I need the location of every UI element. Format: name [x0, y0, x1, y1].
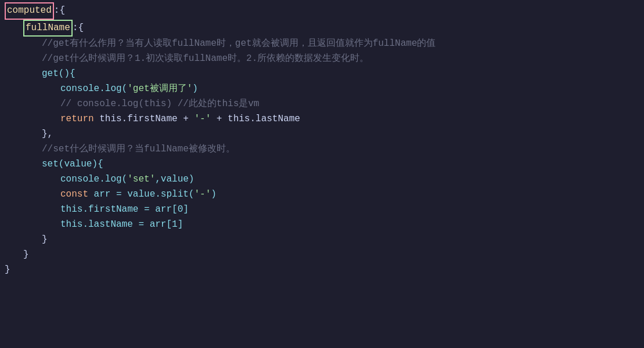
split-close: ): [211, 187, 217, 202]
close-fullname-brace: }: [23, 248, 29, 263]
return-expr1: this.firstName +: [94, 112, 195, 127]
return-keyword: return: [60, 112, 94, 127]
string-split-dash: '-': [194, 187, 211, 202]
set-function: set(value){: [42, 157, 103, 172]
code-line-console-comment: // console.log(this) //此处的this是vm: [0, 97, 644, 112]
get-function: get(){: [42, 67, 75, 82]
console-log-set: console.log(: [60, 172, 127, 187]
code-line-computed: computed:{: [0, 2, 644, 20]
string-set: 'set': [127, 172, 155, 187]
close-computed-brace: }: [5, 263, 10, 278]
code-editor: computed:{ fullName:{ //get有什么作用？当有人读取fu…: [0, 0, 644, 348]
code-line-comment1: //get有什么作用？当有人读取fullName时，get就会被调用，且返回值就…: [0, 37, 644, 52]
code-line-close-computed: }: [0, 263, 644, 278]
code-line-get: get(){: [0, 67, 644, 82]
code-line-lastname: this.lastName = arr[1]: [0, 217, 644, 233]
code-line-fullname: fullName:{: [0, 20, 644, 37]
close-set-brace: }: [42, 233, 48, 248]
fullname-keyword: fullName: [23, 20, 73, 37]
code-line-close-set: }: [0, 233, 644, 248]
console-log-get: console.log(: [60, 82, 127, 97]
paren-set-close: ,value): [155, 172, 194, 187]
code-line-firstname: this.firstName = arr[0]: [0, 202, 644, 217]
code-line-const: const arr = value.split('-'): [0, 187, 644, 202]
computed-brace: :{: [54, 3, 65, 19]
comment-get-desc: //get有什么作用？当有人读取fullName时，get就会被调用，且返回值就…: [42, 37, 436, 52]
const-keyword: const: [60, 187, 88, 202]
string-dash: '-': [194, 112, 211, 127]
return-expr2: + this.lastName: [211, 112, 300, 127]
firstname-assign: this.firstName = arr[0]: [60, 202, 189, 217]
code-line-set: set(value){: [0, 157, 644, 172]
code-line-console-set: console.log('set',value): [0, 172, 644, 187]
fullname-brace: :{: [73, 21, 84, 36]
computed-keyword: computed: [5, 2, 54, 20]
paren-close-get: ): [192, 82, 198, 97]
string-get-called: 'get被调用了': [127, 82, 192, 97]
close-get-brace: },: [42, 127, 53, 142]
code-line-return: return this.firstName + '-' + this.lastN…: [0, 112, 644, 127]
code-line-comment2: //get什么时候调用？1.初次读取fullName时。2.所依赖的数据发生变化…: [0, 52, 644, 67]
code-line-close-fullname: }: [0, 248, 644, 263]
comment-set-timing: //set什么时候调用？当fullName被修改时。: [42, 142, 235, 157]
comment-console-this: // console.log(this) //此处的this是vm: [60, 97, 259, 112]
code-line-console-get: console.log('get被调用了'): [0, 82, 644, 97]
arr-split-expr: arr = value.split(: [88, 187, 194, 202]
code-line-set-comment: //set什么时候调用？当fullName被修改时。: [0, 142, 644, 157]
lastname-assign: this.lastName = arr[1]: [60, 217, 183, 233]
comment-get-timing: //get什么时候调用？1.初次读取fullName时。2.所依赖的数据发生变化…: [42, 52, 369, 67]
code-line-close-get: },: [0, 127, 644, 142]
